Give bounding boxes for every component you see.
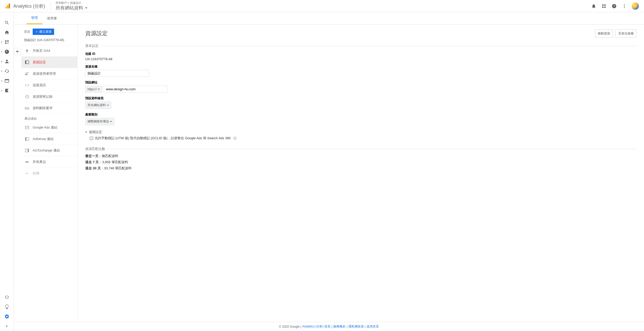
- url-protocol-select[interactable]: https://: [85, 86, 102, 93]
- chevron-down-icon: [98, 89, 100, 90]
- notifications-icon[interactable]: [591, 3, 597, 9]
- industry-select[interactable]: 網際網路與電信: [85, 118, 114, 125]
- nav-property-settings[interactable]: 資源設定: [21, 57, 77, 68]
- help-icon[interactable]: ?: [233, 136, 237, 140]
- view-selector[interactable]: 所有帳戶 > 鵠崙設計 所有網站資料: [54, 1, 89, 11]
- industry-value: 網際網路與電信: [88, 119, 109, 124]
- header: Analytics (分析) 所有帳戶 > 鵠崙設計 所有網站資料 ?: [0, 0, 644, 12]
- svg-rect-3: [602, 4, 603, 6]
- nav-google-ads[interactable]: Google Ads 連結: [21, 122, 77, 133]
- advanced-label: 進階設定: [89, 130, 102, 134]
- dd-icon: Dd: [24, 106, 30, 111]
- product-name: Analytics (分析): [13, 3, 45, 9]
- admin-tabs: 管理 使用者: [14, 12, 644, 24]
- adsense-icon: [24, 136, 30, 142]
- group-product-linking: 產品連結: [21, 114, 77, 122]
- avatar[interactable]: [632, 3, 639, 10]
- footer-privacy-link[interactable]: 隱私權政策: [349, 324, 364, 329]
- svg-rect-4: [604, 4, 606, 6]
- svg-rect-16: [5, 79, 9, 80]
- nav-label: 資源使用者管理: [33, 71, 56, 76]
- footer-terms-link[interactable]: 服務條款: [333, 324, 345, 329]
- property-selector[interactable]: 鵠崙設計 (UA-116370778-48): [21, 37, 77, 45]
- nav-data-deletion[interactable]: Dd資料刪除要求: [21, 103, 77, 114]
- nav-label: 所有產品: [33, 160, 46, 164]
- help-icon[interactable]: ?: [611, 3, 617, 9]
- chevron-down-icon: [85, 132, 87, 133]
- attribution-icon[interactable]: [0, 292, 14, 302]
- nav-user-management[interactable]: 資源使用者管理: [21, 68, 77, 80]
- svg-rect-5: [602, 6, 603, 8]
- svg-rect-6: [604, 6, 606, 8]
- conversions-icon[interactable]: [0, 86, 14, 95]
- logo[interactable]: Analytics (分析): [2, 3, 48, 9]
- plus-icon: ＋: [35, 30, 38, 34]
- acquisition-icon[interactable]: [0, 66, 14, 76]
- back-button[interactable]: [14, 48, 21, 55]
- users-icon: [24, 71, 30, 76]
- nav-change-history[interactable]: 資源變更記錄: [21, 91, 77, 103]
- nav-label: 升級至 GA4: [33, 48, 50, 53]
- allow-manual-tagging-checkbox[interactable]: [90, 137, 93, 140]
- advanced-toggle[interactable]: 進階設定: [85, 130, 636, 134]
- property-icon: [24, 60, 30, 65]
- form-area: 資源設定 移動資源 丟進垃圾桶 基本設定 追蹤 ID UA-116370778-…: [78, 24, 644, 322]
- svg-rect-13: [7, 40, 8, 42]
- svg-rect-14: [5, 43, 6, 44]
- svg-text:?: ?: [613, 4, 615, 8]
- tab-admin[interactable]: 管理: [27, 12, 42, 24]
- discover-icon[interactable]: [0, 302, 14, 312]
- nav-label: AdSense 連結: [33, 137, 54, 141]
- collapse-icon[interactable]: [0, 321, 14, 331]
- hits-30day: 過去 30 天：30,746 筆匹配資料: [85, 166, 636, 171]
- realtime-icon[interactable]: [0, 47, 14, 57]
- customization-icon[interactable]: [0, 37, 14, 47]
- audience-icon[interactable]: [0, 57, 14, 66]
- postback-icon: [24, 171, 30, 176]
- column-label: 資源: [24, 30, 30, 34]
- section-basic: 基本設定: [85, 44, 636, 48]
- svg-rect-25: [25, 161, 29, 163]
- tracking-id-label: 追蹤 ID: [85, 52, 636, 56]
- left-nav: [0, 12, 14, 331]
- divider: [51, 3, 51, 10]
- nav-label: 資源設定: [33, 60, 46, 65]
- chevron-down-icon: [110, 121, 112, 122]
- nav-postback[interactable]: 回傳: [21, 168, 77, 179]
- svg-point-11: [624, 7, 625, 8]
- behavior-icon[interactable]: [0, 76, 14, 86]
- svg-point-9: [624, 4, 625, 5]
- gads-icon: [24, 125, 30, 130]
- allow-manual-tagging-label: 允許手動標記 (UTM 值) 取代自動標記 (GCLID 值)，以便整合 Goo…: [95, 136, 231, 141]
- nav-adsense[interactable]: AdSense 連結: [21, 133, 77, 145]
- nav-tracking-info[interactable]: 追蹤資訊: [21, 80, 77, 91]
- nav-ad-exchange[interactable]: Ad Exchange 連結: [21, 145, 77, 156]
- home-icon[interactable]: [0, 28, 14, 37]
- hits-1day: 最近一天：無匹配資料: [85, 154, 636, 158]
- apps-icon[interactable]: [601, 3, 607, 9]
- default-url-label: 預設網址: [85, 80, 636, 85]
- create-property-button[interactable]: ＋ 建立資源: [33, 29, 54, 35]
- more-icon[interactable]: [622, 3, 627, 9]
- svg-rect-18: [25, 61, 26, 64]
- footer-home-link[interactable]: Analytics (分析) 首頁: [302, 324, 331, 329]
- create-property-label: 建立資源: [39, 30, 52, 34]
- footer-feedback-link[interactable]: 提供意見: [367, 324, 379, 329]
- nav-all-products[interactable]: 所有產品: [21, 156, 77, 168]
- move-property-button[interactable]: 移動資源: [595, 30, 613, 37]
- industry-label: 產業類別: [85, 112, 636, 117]
- search-icon[interactable]: [0, 18, 14, 28]
- svg-rect-12: [5, 40, 6, 42]
- chevron-down-icon: [85, 7, 87, 9]
- tab-users[interactable]: 使用者: [42, 12, 61, 24]
- nav-label: Ad Exchange 連結: [33, 148, 60, 153]
- trash-button[interactable]: 丟進垃圾桶: [615, 30, 636, 37]
- nav-label: 追蹤資訊: [33, 83, 46, 87]
- nav-upgrade-ga4[interactable]: 升級至 GA4: [21, 45, 77, 57]
- admin-icon[interactable]: [0, 312, 14, 321]
- default-view-select[interactable]: 所有網站資料: [85, 101, 111, 109]
- header-actions: ?: [591, 3, 642, 10]
- default-url-input[interactable]: [104, 86, 167, 93]
- nav-label: 資料刪除要求: [33, 106, 53, 110]
- property-name-input[interactable]: [85, 70, 149, 77]
